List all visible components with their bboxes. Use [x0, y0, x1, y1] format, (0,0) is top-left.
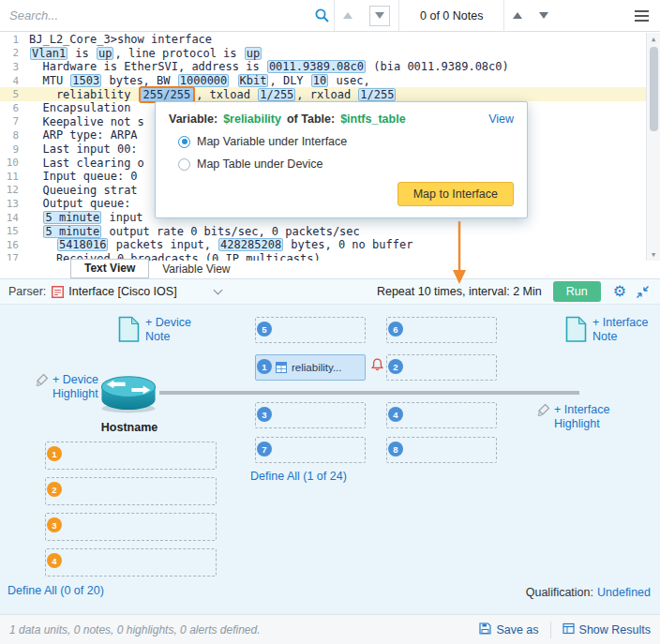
code-text: BJ_L2_Core_3>show interface [29, 33, 212, 46]
line-number: 17 [0, 252, 19, 261]
slot-number-badge: 4 [47, 553, 62, 568]
parsed-variable-token[interactable]: 428285208 [218, 238, 283, 251]
option-map-variable-under-interface[interactable]: Map Variable under Interface [178, 135, 514, 148]
save-icon [479, 622, 491, 637]
code-line: 2Vlan1 is up, line protocol is up [0, 47, 660, 61]
selected-variable-token[interactable]: 255/255 [139, 86, 196, 103]
parsed-variable-token[interactable]: 5418016 [57, 238, 109, 251]
chevron-down-icon [375, 12, 384, 19]
table-label: of Table: [287, 112, 335, 126]
qualification: Qualification:Undefined [526, 586, 651, 599]
line-number: 16 [0, 239, 19, 251]
show-results-label: Show Results [579, 623, 651, 637]
line-number: 11 [0, 171, 19, 183]
scroll-down-icon[interactable]: ▼ [652, 248, 655, 261]
radio-label: Map Variable under Interface [197, 135, 347, 148]
code-text: Last input 00: [29, 142, 138, 156]
repeat-info: Repeat 10 times, interval: 2 Min [377, 285, 542, 298]
search-next-button[interactable] [369, 6, 390, 26]
line-number: 5 [0, 88, 19, 100]
qualification-label: Qualification: [526, 586, 593, 599]
run-button[interactable]: Run [553, 281, 601, 302]
code-text: reliability [29, 88, 138, 101]
menu-icon[interactable] [635, 10, 649, 22]
parsed-variable-token[interactable]: 5 minute [43, 225, 101, 238]
line-number: 10 [0, 157, 19, 169]
code-text: packets input, [109, 238, 218, 251]
collapse-panel-icon[interactable] [636, 285, 650, 299]
parsed-variable-token[interactable]: 5 minute [43, 211, 101, 224]
settings-gear-icon[interactable]: ⚙ [613, 284, 626, 299]
line-number: 3 [0, 61, 19, 73]
code-text: Last clearing o [29, 157, 144, 170]
divider [334, 0, 335, 31]
variable-label: Variable: [169, 112, 218, 126]
search-icon[interactable] [309, 7, 334, 23]
define-all-device-link[interactable]: Define All (0 of 20) [8, 584, 104, 597]
chevron-down-icon[interactable] [213, 286, 222, 295]
code-text: , txload [196, 88, 257, 101]
line-number: 4 [0, 75, 19, 87]
parsed-variable-token[interactable]: up [245, 47, 262, 60]
save-as-button[interactable]: Save as [479, 622, 538, 637]
mapping-canvas: + Device Note + Interface Note + Device … [0, 305, 660, 614]
show-results-button[interactable]: Show Results [562, 622, 651, 637]
line-number: 6 [0, 102, 19, 114]
tab-text-view[interactable]: Text View [70, 259, 149, 278]
vertical-scrollbar[interactable]: ▲ ▼ [646, 33, 660, 261]
map-to-interface-button[interactable]: Map to Interface [398, 182, 514, 206]
slot-number-badge: 1 [47, 446, 62, 461]
search-prev-icon[interactable] [343, 12, 352, 19]
device-slots: 1234 [0, 305, 660, 614]
code-text: is [68, 47, 96, 60]
device-variable-slot[interactable]: 1 [45, 442, 217, 470]
radio-unselected-icon [178, 158, 190, 171]
results-icon [562, 622, 575, 637]
note-prev-icon[interactable] [513, 12, 522, 19]
parsed-variable-token[interactable]: up [97, 47, 113, 60]
device-variable-slot[interactable]: 2 [45, 477, 217, 505]
device-variable-slot[interactable]: 3 [45, 513, 217, 541]
code-text [29, 225, 42, 238]
table-name: $intfs_table [340, 112, 405, 126]
line-number: 12 [0, 184, 19, 196]
code-line: 1BJ_L2_Core_3>show interface [0, 33, 660, 47]
notes-counter: 0 of 0 Notes [399, 0, 504, 32]
variable-name: $reliability [223, 112, 281, 126]
slot-number-badge: 3 [47, 517, 62, 532]
parsed-variable-token[interactable]: Vlan1 [30, 47, 68, 60]
search-input[interactable] [0, 0, 309, 31]
parser-label: Parser: [8, 285, 46, 298]
topbar: 0 of 0 Notes [0, 0, 660, 32]
device-variable-slot[interactable]: 4 [45, 548, 217, 577]
parser-select[interactable]: Interface [Cisco IOS] [68, 285, 176, 298]
radio-label: Map Table under Device [197, 157, 323, 171]
code-line: 5 reliability 255/255, txload 1/255, rxl… [0, 87, 660, 101]
tab-variable-view[interactable]: Variable View [149, 261, 243, 278]
code-text: output rate 0 bits/sec, 0 packets/sec [102, 225, 360, 238]
save-as-label: Save as [496, 623, 538, 637]
divider [550, 622, 551, 638]
line-number: 15 [0, 225, 19, 237]
annotation-arrow [442, 221, 476, 287]
view-tabbar: Text View Variable View [0, 261, 660, 278]
view-link[interactable]: View [488, 112, 514, 126]
code-text: bytes, 0 no buffer [284, 238, 412, 251]
code-text: (bia 0011.9389.08c0) [367, 60, 509, 73]
scrollbar-thumb[interactable] [650, 47, 658, 131]
qualification-value-link[interactable]: Undefined [597, 586, 651, 599]
code-text: Input queue: 0 [29, 170, 138, 183]
map-variable-popup: Variable: $reliability of Table: $intfs_… [155, 101, 528, 218]
code-line: 15 5 minute output rate 0 bits/sec, 0 pa… [0, 224, 660, 238]
code-text: , line protocol is [114, 47, 243, 60]
parsed-variable-token[interactable]: 1/255 [258, 88, 295, 101]
note-next-icon[interactable] [539, 12, 548, 19]
line-number: 13 [0, 198, 19, 210]
option-map-table-under-device[interactable]: Map Table under Device [178, 157, 514, 171]
code-text: Encapsulation [29, 101, 138, 114]
parsed-variable-token[interactable]: 0011.9389.08c0 [267, 60, 366, 73]
parsed-variable-token[interactable]: 1/255 [358, 88, 396, 101]
slot-number-badge: 2 [47, 482, 62, 497]
scroll-up-icon[interactable]: ▲ [652, 33, 655, 45]
code-text: input [102, 211, 150, 224]
